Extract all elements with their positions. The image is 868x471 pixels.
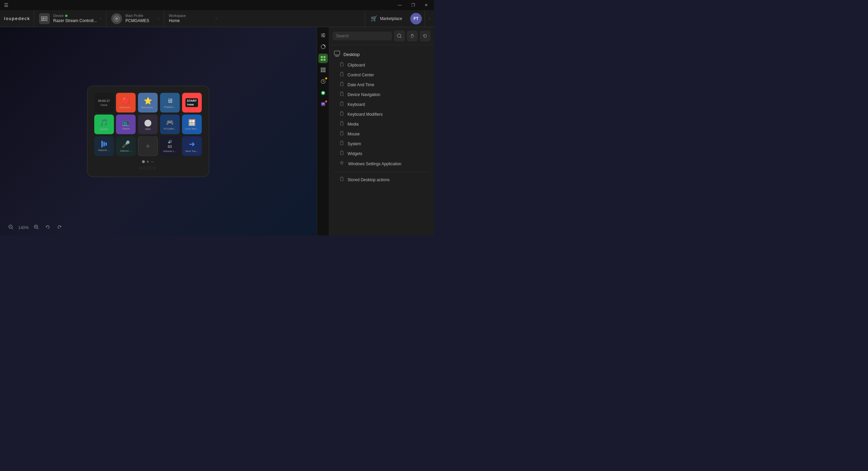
search-icon-button[interactable]: [394, 31, 405, 41]
zoom-in-button[interactable]: [32, 223, 40, 232]
controller-buttons-grid: 20:02:17 Clock 🔴 Aplicacio... ⭐ Marcador…: [94, 93, 202, 156]
device-preview: 20:02:17 Clock 🔴 Aplicacio... ⭐ Marcador…: [87, 86, 209, 177]
device-nav-segment[interactable]: Device Razer Stream Controll... ›: [34, 10, 106, 27]
side-icon-gsuite[interactable]: [318, 54, 328, 63]
hamburger-icon[interactable]: ☰: [4, 2, 8, 8]
ctrl-btn-spotify[interactable]: 🎵 Spotify: [94, 115, 114, 134]
ctrl-btn-plus[interactable]: +: [138, 136, 158, 156]
folder-item-clipboard[interactable]: Clipboard: [329, 60, 434, 70]
folder-item-media[interactable]: Media: [329, 119, 434, 129]
svg-rect-21: [323, 56, 326, 58]
svg-rect-22: [321, 59, 323, 61]
side-icon-twitch[interactable]: [318, 100, 328, 109]
svg-point-17: [322, 35, 323, 36]
svg-rect-25: [322, 68, 324, 69]
panel-content: Desktop Clipboard: [329, 45, 434, 236]
user-avatar[interactable]: FT: [410, 13, 422, 24]
svg-rect-6: [44, 18, 46, 19]
clipboard-label: Clipboard: [348, 63, 365, 68]
folder-item-widgets[interactable]: Widgets: [329, 149, 434, 158]
svg-rect-39: [323, 103, 324, 105]
svg-rect-37: [321, 102, 325, 106]
stored-actions-label: Stored Desktop actions: [348, 177, 390, 182]
page-dot-2[interactable]: [147, 161, 149, 163]
media-label: Media: [348, 122, 359, 127]
canvas-area: 20:02:17 Clock 🔴 Aplicacio... ⭐ Marcador…: [0, 27, 329, 236]
desktop-section-icon: [334, 51, 340, 58]
controller-frame: 20:02:17 Clock 🔴 Aplicacio... ⭐ Marcador…: [87, 86, 209, 177]
header-expand-button[interactable]: ›: [425, 10, 434, 27]
svg-rect-4: [41, 18, 42, 19]
title-bar-left: ☰: [4, 2, 8, 8]
twitch-icon-dot: [325, 100, 327, 102]
side-icon-clock[interactable]: [318, 77, 328, 86]
ctrl-btn-next[interactable]: ➜ Next Tou...: [182, 136, 202, 156]
minimize-button[interactable]: —: [396, 2, 404, 8]
ctrl-btn-mic[interactable]: 🎤 Volume ...: [116, 136, 136, 156]
stored-actions-icon: [339, 177, 344, 183]
folder-item-device-nav[interactable]: Device Navigation: [329, 90, 434, 99]
marketplace-label: Marketplace: [380, 16, 402, 21]
search-input-wrapper: [333, 32, 392, 40]
ctrl-btn-lockwor[interactable]: 🪟 Lock Wor...: [182, 115, 202, 134]
folder-item-system[interactable]: System: [329, 139, 434, 149]
ctrl-btn-aplicacio[interactable]: 🔴 Aplicacio...: [116, 93, 136, 113]
svg-point-47: [397, 34, 401, 37]
device-label: Device: [53, 14, 97, 18]
undo-button[interactable]: [44, 223, 52, 232]
content-area: 20:02:17 Clock 🔴 Aplicacio... ⭐ Marcador…: [0, 27, 434, 236]
svg-rect-49: [334, 51, 340, 55]
ctrl-btn-twitch[interactable]: 📺 Twitch: [116, 115, 136, 134]
side-icon-circle[interactable]: [318, 42, 328, 52]
profile-icon: [111, 13, 122, 24]
folder-item-keyboard[interactable]: Keyboard: [329, 99, 434, 109]
folder-item-date-time[interactable]: Date And Time: [329, 80, 434, 90]
marketplace-button[interactable]: 🛒 Marketplace: [365, 10, 408, 27]
svg-rect-7: [46, 18, 47, 19]
ctrl-btn-marcador[interactable]: ⭐ Marcador...: [138, 93, 158, 113]
stored-actions-item[interactable]: Stored Desktop actions: [329, 175, 434, 185]
control-center-folder-icon: [339, 72, 344, 78]
ctrl-btn-platafor[interactable]: 🖥 Platafor...: [160, 93, 180, 113]
workspace-nav-segment[interactable]: Workspace Home ›: [164, 10, 221, 27]
keyboard-label: Keyboard: [348, 102, 365, 107]
side-icon-grid4[interactable]: [318, 65, 328, 75]
restore-button[interactable]: ❐: [409, 2, 417, 8]
side-icon-spotify[interactable]: [318, 88, 328, 98]
special-item-windows-settings[interactable]: Windows Settings Application: [329, 158, 434, 169]
page-dot-1[interactable]: [142, 160, 145, 163]
device-segment-text: Device Razer Stream Controll...: [53, 14, 97, 23]
refresh-icon-button[interactable]: [420, 31, 431, 41]
more-pages-icon: •••: [151, 160, 154, 163]
svg-rect-23: [323, 59, 326, 61]
touch-icon-button[interactable]: [407, 31, 418, 41]
svg-point-16: [323, 33, 324, 35]
folder-item-mouse[interactable]: Mouse: [329, 129, 434, 139]
svg-rect-1: [43, 16, 44, 18]
svg-rect-29: [324, 69, 326, 71]
windows-settings-icon: [339, 161, 345, 167]
zoom-out-button[interactable]: [7, 223, 15, 232]
ctrl-btn-pcgames[interactable]: 🎮 PCGAM...: [160, 115, 180, 134]
desktop-section-header[interactable]: Desktop: [329, 49, 434, 60]
side-icon-sliders[interactable]: [318, 31, 328, 40]
redo-button[interactable]: [55, 223, 63, 232]
desktop-section-label: Desktop: [343, 52, 360, 57]
header-right: 🛒 Marketplace FT ›: [365, 10, 434, 27]
svg-rect-27: [321, 69, 322, 71]
device-nav-label: Device Navigation: [348, 92, 380, 97]
search-input[interactable]: [336, 34, 389, 38]
profile-nav-segment[interactable]: Main Profile PCMGAMES ›: [106, 10, 164, 27]
mouse-folder-icon: [339, 131, 344, 137]
ctrl-btn-start[interactable]: STARTTHINK: [182, 93, 202, 113]
ctrl-btn-vol-60[interactable]: 🔊 60 Volume L...: [160, 136, 180, 156]
close-button[interactable]: ✕: [422, 2, 430, 8]
ctrl-btn-obs[interactable]: ⬤ OBS: [138, 115, 158, 134]
ctrl-btn-volume-slider[interactable]: Volume ...: [94, 136, 114, 156]
ctrl-btn-clock[interactable]: 20:02:17 Clock: [94, 93, 114, 113]
folder-item-control-center[interactable]: Control Center: [329, 70, 434, 80]
folder-item-keyboard-mod[interactable]: Keyboard Modifiers: [329, 109, 434, 119]
device-chevron-icon: ›: [100, 17, 101, 20]
svg-rect-31: [322, 71, 324, 72]
svg-rect-2: [44, 16, 46, 18]
